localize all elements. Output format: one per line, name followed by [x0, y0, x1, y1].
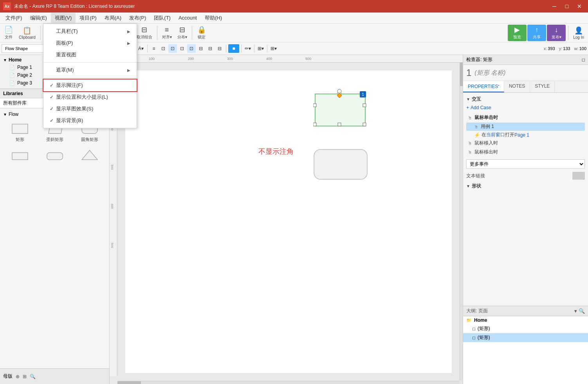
- list-btn[interactable]: ≡: [150, 44, 158, 53]
- outline-item-2[interactable]: □ (矩形): [463, 333, 588, 342]
- x-value: 393: [548, 46, 555, 51]
- action-item[interactable]: ⚡ 在 当前窗口 打开 Page 1: [466, 132, 585, 138]
- widget-name-input[interactable]: [474, 69, 585, 76]
- align-middle-btn[interactable]: ⊟: [206, 44, 215, 53]
- minimize-button[interactable]: ─: [549, 2, 560, 10]
- toolbar-sep-1: [40, 26, 41, 40]
- menu-item-panel[interactable]: 面板(P) ▶: [43, 37, 137, 49]
- align-right-btn[interactable]: ⊡: [178, 44, 186, 53]
- menu-file[interactable]: 文件(F): [2, 13, 26, 23]
- outline-home[interactable]: 📁 Home: [463, 316, 588, 324]
- properties-dot: •: [498, 83, 499, 87]
- more-fmt-btn[interactable]: ⊞▾: [269, 44, 278, 53]
- rounded-rect-shape[interactable]: [313, 149, 368, 181]
- toolbar-ungroup-btn[interactable]: ⊟ 取消组合: [134, 25, 155, 41]
- svg-rect-4: [47, 153, 63, 160]
- fmt-sep-8: [267, 45, 267, 52]
- widget-shape-5[interactable]: [38, 146, 71, 165]
- svg-rect-7: [313, 104, 316, 107]
- share-icon: ↑: [535, 26, 539, 34]
- align-left-btn[interactable]: ⊡: [159, 44, 168, 53]
- menu-project[interactable]: 项目(P): [76, 13, 100, 23]
- masters-label: 母版: [3, 373, 13, 380]
- masters-import-btn[interactable]: ⊞: [23, 374, 27, 379]
- mouse-enter-event[interactable]: 🖱 鼠标移入时: [466, 139, 585, 147]
- case-1-item[interactable]: 🖱 用例 1: [466, 123, 585, 131]
- ruler-mark-400: 400: [266, 57, 272, 61]
- text-link-row: 文本链接: [466, 172, 585, 180]
- menu-item-position[interactable]: ✓ 显示位置和大小提示(L): [43, 91, 137, 103]
- svg-rect-10: [313, 123, 316, 126]
- toolbar-align-btn[interactable]: ≡ 对齐▾: [160, 25, 174, 41]
- tab-notes[interactable]: NOTES: [504, 81, 530, 92]
- tab-properties[interactable]: PROPERTIES•: [463, 81, 504, 92]
- svg-rect-17: [314, 150, 367, 179]
- close-button[interactable]: ✕: [574, 2, 585, 10]
- font-color-btn[interactable]: A▾: [137, 44, 145, 53]
- align-center-btn[interactable]: ⊡: [168, 44, 177, 53]
- menu-publish[interactable]: 发布(P): [125, 13, 150, 23]
- page-icon-1: 📄: [9, 65, 15, 70]
- menu-edit[interactable]: 编辑(E): [26, 13, 51, 23]
- masters-search-btn[interactable]: 🔍: [30, 374, 36, 379]
- masters-add-btn[interactable]: ⊕: [16, 374, 20, 379]
- lock-icon: 🔒: [197, 25, 206, 34]
- preview-icon: ▶: [514, 25, 520, 34]
- widget-shape-4[interactable]: [3, 146, 36, 165]
- more-events-select[interactable]: 更多事件: [466, 159, 585, 169]
- svg-marker-5: [82, 150, 97, 160]
- vertical-scrollbar[interactable]: [460, 63, 463, 381]
- toolbar-login-btn[interactable]: 👤 Log In: [571, 25, 586, 41]
- toolbar-lock-btn[interactable]: 🔒 锁定: [195, 25, 209, 41]
- menu-item-background[interactable]: ✓ 显示背景(B): [43, 115, 137, 126]
- menu-account[interactable]: Account: [175, 13, 201, 22]
- align-justify-btn[interactable]: ⊡: [187, 44, 196, 53]
- menu-view[interactable]: 视图(V): [51, 13, 76, 23]
- align-bottom-btn[interactable]: ⊟: [215, 44, 224, 53]
- add-case-link[interactable]: Add Case: [466, 105, 585, 110]
- canvas-area[interactable]: 100 200 300 400 500 100 200 300 400 500: [110, 55, 463, 384]
- menu-item-toolbar[interactable]: 工具栏(T) ▶: [43, 25, 137, 37]
- menu-item-sketch[interactable]: ✓ 显示草图效果(S): [43, 103, 137, 115]
- line-color-btn[interactable]: ✏▾: [243, 44, 252, 53]
- mouse-leave-event[interactable]: 🖱 鼠标移出时: [466, 148, 585, 156]
- text-link-toggle[interactable]: [572, 172, 585, 180]
- outline-item-1[interactable]: □ (矩形): [463, 324, 588, 333]
- ruler-top: 100 200 300 400 500: [117, 55, 463, 63]
- align-top-btn[interactable]: ⊟: [197, 44, 205, 53]
- border-btn[interactable]: ⊞▾: [256, 44, 265, 53]
- menu-item-reset[interactable]: 重置视图: [43, 49, 137, 61]
- shape-section-header[interactable]: ▼ 形状: [466, 183, 585, 189]
- fmt-sep-6: [241, 45, 242, 52]
- toolbar-preview-btn[interactable]: ▶ 预览: [508, 25, 527, 41]
- canvas-background[interactable]: 1 不显示注角: [125, 70, 452, 373]
- maximize-button[interactable]: □: [561, 2, 572, 10]
- menu-help[interactable]: 帮助(H): [201, 13, 226, 23]
- toolbar-share-btn[interactable]: ↑ 共享: [527, 25, 546, 41]
- horizontal-scrollbar[interactable]: [117, 381, 460, 384]
- toolbar-file-btn[interactable]: 📄 文件: [2, 25, 16, 41]
- toolbar-clipboard-btn[interactable]: 📋 Clipboard: [16, 25, 38, 41]
- widget-shape-6[interactable]: [73, 146, 106, 165]
- mouse-click-event[interactable]: 🖱 鼠标单击时: [466, 114, 585, 122]
- style-select[interactable]: Flow Shape: [2, 44, 49, 53]
- toolbar-publish-btn[interactable]: ↓ 发布▾: [547, 25, 566, 41]
- file-icon: 📄: [4, 25, 13, 34]
- interaction-section-header[interactable]: ▼ 交互: [466, 96, 585, 103]
- widget-rect[interactable]: 矩形: [3, 120, 36, 145]
- toolbar-distribute-btn[interactable]: ⊟ 分布▾: [175, 25, 189, 41]
- outline-search-btn[interactable]: 🔍: [579, 308, 585, 314]
- w-value: 100: [579, 46, 586, 51]
- pages-collapse-icon[interactable]: ▼: [3, 58, 7, 62]
- svg-rect-3: [12, 153, 28, 160]
- menu-layout[interactable]: 布局(A): [101, 13, 125, 23]
- tab-style[interactable]: STYLE: [530, 81, 555, 92]
- h-scroll-thumb[interactable]: [117, 381, 141, 384]
- v-scroll-thumb[interactable]: [460, 63, 463, 86]
- menu-item-mask[interactable]: 遮罩(M) ▶: [43, 64, 137, 76]
- outline-filter-btn[interactable]: ▾: [574, 308, 577, 314]
- fill-color-btn[interactable]: ■: [228, 44, 239, 53]
- menu-team[interactable]: 团队(T): [150, 13, 175, 23]
- menu-item-footnote[interactable]: ✓ 显示脚注(F): [43, 79, 137, 91]
- inspector-expand-btn[interactable]: □: [582, 57, 585, 63]
